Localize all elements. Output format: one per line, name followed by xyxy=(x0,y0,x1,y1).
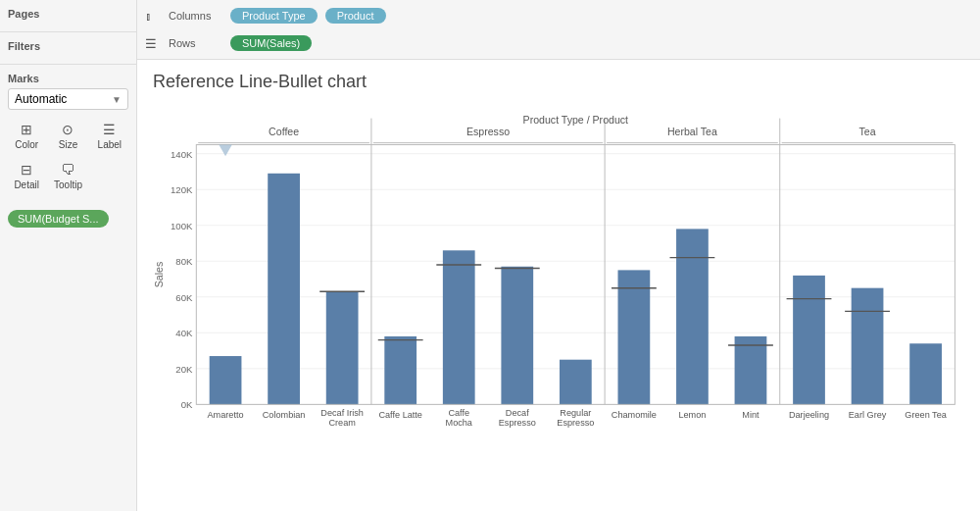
rows-label: Rows xyxy=(169,37,222,49)
svg-text:Chamomile: Chamomile xyxy=(612,410,657,420)
chart-container: 0K20K40K60K80K100K120K140KSalesCoffeeEsp… xyxy=(153,100,964,473)
label-icon: ☰ xyxy=(103,122,116,137)
columns-label: Columns xyxy=(169,10,222,22)
color-icon: ⊞ xyxy=(21,122,32,137)
svg-text:Darjeeling: Darjeeling xyxy=(789,410,829,420)
rows-icon: ☰ xyxy=(145,36,161,51)
svg-text:Sales: Sales xyxy=(153,262,165,287)
marks-label: Marks xyxy=(8,73,128,84)
chevron-down-icon: ▼ xyxy=(112,94,122,105)
size-icon: ⊙ xyxy=(62,122,74,137)
tooltip-icon: 🗨 xyxy=(61,162,74,178)
svg-text:0K: 0K xyxy=(181,399,193,410)
svg-text:Amaretto: Amaretto xyxy=(208,410,244,420)
svg-text:Lemon: Lemon xyxy=(678,410,706,420)
filters-section: Filters xyxy=(0,32,136,65)
bar-Mint xyxy=(735,336,767,404)
marks-label-label: Label xyxy=(98,139,122,150)
bar-Amaretto xyxy=(210,356,242,404)
columns-icon: ⫾ xyxy=(145,9,161,24)
pill-sum-sales[interactable]: SUM(Sales) xyxy=(230,35,312,51)
svg-text:Green Tea: Green Tea xyxy=(905,410,947,420)
chart-title: Reference Line-Bullet chart xyxy=(153,72,964,92)
marks-detail-label: Detail xyxy=(14,179,39,190)
marks-tooltip[interactable]: 🗨 Tooltip xyxy=(49,158,86,194)
svg-text:Product Type / Product: Product Type / Product xyxy=(523,114,628,126)
bar-Caffe-Latte xyxy=(384,336,416,404)
marks-color-label: Color xyxy=(15,139,38,150)
bar-Caffe-Mocha xyxy=(443,250,475,404)
detail-icon: ⊟ xyxy=(21,162,32,178)
bar-Regular-Espresso xyxy=(560,360,592,405)
pill-product[interactable]: Product xyxy=(325,8,386,24)
svg-text:Cream: Cream xyxy=(328,418,355,428)
bar-Colombian xyxy=(268,174,300,405)
chart-svg: 0K20K40K60K80K100K120K140KSalesCoffeeEsp… xyxy=(153,100,964,473)
svg-text:Espresso: Espresso xyxy=(466,126,510,137)
svg-text:Espresso: Espresso xyxy=(499,418,536,428)
marks-dropdown[interactable]: Automatic ▼ xyxy=(8,88,128,110)
left-panel: Pages Filters Marks Automatic ▼ ⊞ Color … xyxy=(0,0,137,511)
marks-detail[interactable]: ⊟ Detail xyxy=(8,158,45,194)
svg-text:40K: 40K xyxy=(175,328,193,338)
marks-label[interactable]: ☰ Label xyxy=(91,118,128,154)
marks-size[interactable]: ⊙ Size xyxy=(49,118,86,154)
bar-Lemon xyxy=(676,229,709,404)
bar-Earl-Grey xyxy=(852,288,884,405)
svg-text:Colombian: Colombian xyxy=(263,410,306,420)
pages-section: Pages xyxy=(0,0,136,32)
marks-size-label: Size xyxy=(59,139,77,150)
svg-text:Earl Grey: Earl Grey xyxy=(849,410,887,420)
svg-text:100K: 100K xyxy=(171,221,193,231)
svg-text:Caffe Latte: Caffe Latte xyxy=(378,410,421,420)
svg-text:20K: 20K xyxy=(175,364,193,375)
marks-color[interactable]: ⊞ Color xyxy=(8,118,45,154)
svg-text:Mint: Mint xyxy=(742,410,760,420)
svg-text:Decaf: Decaf xyxy=(506,408,529,418)
bar-Decaf-Espresso xyxy=(501,267,533,405)
rows-row: ☰ Rows SUM(Sales) xyxy=(145,31,972,55)
chart-area: Reference Line-Bullet chart 0K20K40K60K8… xyxy=(137,60,980,511)
marks-dropdown-label: Automatic xyxy=(15,92,67,106)
bar-Green-Tea xyxy=(909,343,942,404)
marks-tooltip-label: Tooltip xyxy=(54,179,82,190)
svg-text:Coffee: Coffee xyxy=(269,126,299,137)
bar-Darjeeling xyxy=(793,276,825,404)
svg-text:80K: 80K xyxy=(175,256,193,267)
svg-text:Espresso: Espresso xyxy=(557,418,594,428)
svg-text:Decaf Irish: Decaf Irish xyxy=(320,408,364,418)
marks-grid: ⊞ Color ⊙ Size ☰ Label ⊟ Detail 🗨 Toolti… xyxy=(8,118,128,194)
pill-product-type[interactable]: Product Type xyxy=(230,8,318,24)
svg-text:Mocha: Mocha xyxy=(446,418,473,428)
bar-Decaf-Irish-Cream xyxy=(326,291,359,404)
main-area: ⫾ Columns Product Type Product ☰ Rows SU… xyxy=(137,0,980,511)
sum-budget-badge[interactable]: SUM(Budget S... xyxy=(8,210,109,228)
columns-row: ⫾ Columns Product Type Product xyxy=(145,4,972,27)
svg-text:Herbal Tea: Herbal Tea xyxy=(667,126,717,137)
svg-text:Caffe: Caffe xyxy=(448,408,469,418)
bar-Chamomile xyxy=(618,270,651,404)
svg-text:60K: 60K xyxy=(175,292,193,303)
toolbar: ⫾ Columns Product Type Product ☰ Rows SU… xyxy=(137,0,980,60)
pages-label: Pages xyxy=(8,8,128,20)
marks-section: Marks Automatic ▼ ⊞ Color ⊙ Size ☰ Label… xyxy=(0,65,136,235)
svg-text:Tea: Tea xyxy=(859,126,876,137)
svg-text:Regular: Regular xyxy=(560,408,591,418)
svg-text:120K: 120K xyxy=(171,184,193,195)
filters-label: Filters xyxy=(8,40,128,52)
svg-text:140K: 140K xyxy=(171,149,193,160)
